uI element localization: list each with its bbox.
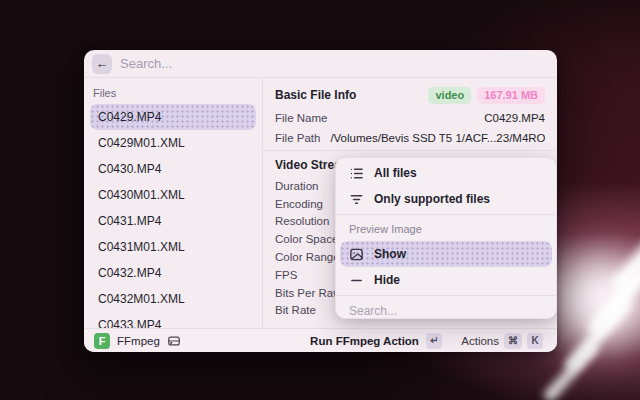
file-list: C0429.MP4 C0429M01.XML C0430.MP4 C0430M0… [84, 104, 262, 328]
menu-item-label: Show [374, 247, 406, 261]
image-icon [349, 247, 364, 262]
k-key-badge: K [527, 333, 543, 349]
filter-dropdown-menu: All files Only supported files Preview I… [335, 157, 557, 319]
file-row[interactable]: C0429.MP4 [90, 104, 256, 130]
filter-icon [349, 192, 364, 207]
dropdown-search-input[interactable] [349, 304, 543, 318]
command-key-badge: ⌘ [504, 333, 522, 349]
file-name-value: C0429.MP4 [484, 112, 545, 124]
file-row[interactable]: C0433.MP4 [90, 312, 256, 328]
menu-item-label: All files [374, 166, 417, 180]
file-name-label: File Name [275, 112, 327, 124]
enter-key-badge[interactable]: ↵ [426, 333, 442, 349]
menu-divider [336, 214, 556, 215]
file-path-value: /Volumes/Bevis SSD T5 1/ACF...23/M4ROOT/… [330, 132, 545, 144]
file-row[interactable]: C0429M01.XML [90, 130, 256, 156]
info-divider [263, 150, 557, 151]
menu-item-only-supported-files[interactable]: Only supported files [340, 186, 552, 212]
search-input[interactable] [120, 56, 549, 71]
app-window: ← Files C0429.MP4 C0429M01.XML C0430.MP4… [84, 50, 557, 352]
file-row[interactable]: C0431.MP4 [90, 208, 256, 234]
audio-stream-title: Audio Stream 1 [275, 325, 545, 328]
file-row[interactable]: C0431M01.XML [90, 234, 256, 260]
arrow-left-icon: ← [96, 56, 109, 71]
hard-drive-icon[interactable] [167, 334, 181, 348]
preview-image-section-label: Preview Image [336, 217, 556, 241]
run-ffmpeg-action-label: Run FFmpeg Action [310, 335, 419, 347]
basic-file-info-title: Basic File Info [275, 88, 356, 102]
menu-item-hide[interactable]: Hide [340, 267, 552, 293]
files-panel-header: Files [84, 86, 262, 100]
file-row[interactable]: C0432.MP4 [90, 260, 256, 286]
menu-item-show[interactable]: Show [340, 241, 552, 267]
actions-button[interactable]: Actions ⌘ K [457, 331, 547, 351]
dropdown-search [336, 298, 556, 319]
actions-label: Actions [461, 335, 499, 347]
footer-bar: F FFmpeg Run FFmpeg Action ↵ Actions ⌘ K [84, 328, 557, 352]
file-size-badge: 167.91 MB [477, 87, 545, 104]
file-row[interactable]: C0430.MP4 [90, 156, 256, 182]
search-bar: ← [84, 50, 557, 78]
file-path-label: File Path [275, 132, 320, 144]
file-row[interactable]: C0430M01.XML [90, 182, 256, 208]
ffmpeg-logo-icon: F [94, 333, 110, 349]
menu-item-label: Only supported files [374, 192, 490, 206]
menu-item-label: Hide [374, 273, 400, 287]
file-badges: video 167.91 MB [428, 87, 545, 104]
menu-divider [336, 295, 556, 296]
files-panel: Files C0429.MP4 C0429M01.XML C0430.MP4 C… [84, 78, 263, 328]
file-type-badge: video [428, 87, 471, 104]
file-row[interactable]: C0432M01.XML [90, 286, 256, 312]
app-name: FFmpeg [117, 335, 160, 347]
minus-icon [349, 273, 364, 288]
menu-item-all-files[interactable]: All files [340, 160, 552, 186]
back-button[interactable]: ← [92, 54, 112, 74]
list-icon [349, 166, 364, 181]
